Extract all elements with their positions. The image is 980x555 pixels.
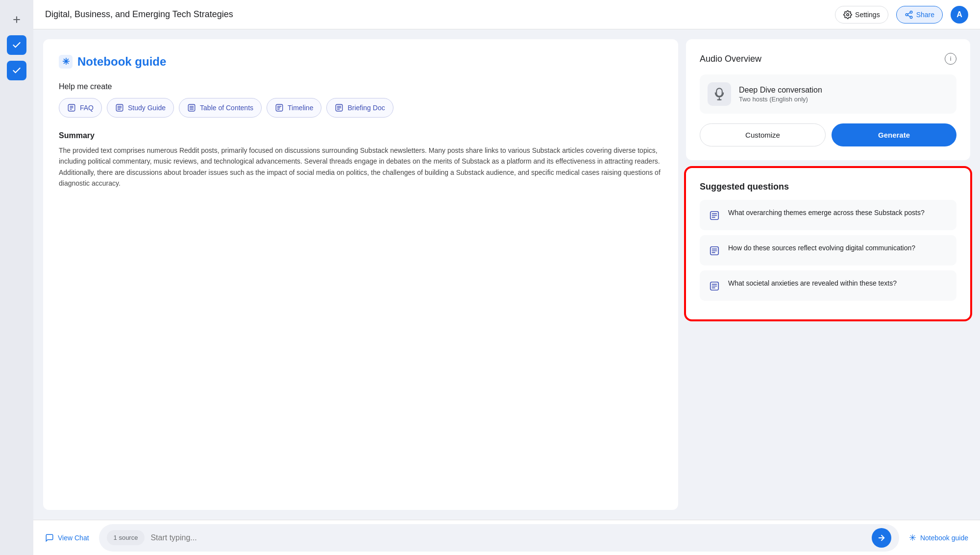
svg-line-7 — [907, 12, 910, 14]
header: Digital, Business, and Emerging Tech Str… — [33, 0, 980, 29]
question-icon-3 — [708, 279, 721, 293]
share-button[interactable]: Share — [896, 6, 943, 24]
notebook-guide-link[interactable]: ✳ Notebook guide — [909, 532, 968, 543]
question-text-1: What overarching themes emerge across th… — [728, 208, 925, 218]
content-area: ✳ Notebook guide Help me create FA — [33, 29, 980, 520]
briefing-doc-button[interactable]: Briefing Doc — [326, 98, 393, 118]
svg-line-6 — [907, 15, 910, 17]
sidebar-add-icon[interactable] — [7, 10, 26, 29]
study-guide-label: Study Guide — [128, 104, 166, 112]
deep-dive-name: Deep Dive conversation — [739, 86, 949, 95]
question-item-2[interactable]: How do these sources reflect evolving di… — [700, 235, 956, 265]
guide-title: Notebook guide — [77, 55, 166, 69]
share-label: Share — [916, 11, 934, 19]
study-guide-button[interactable]: Study Guide — [107, 98, 174, 118]
sidebar-check-icon-1[interactable] — [7, 35, 26, 55]
sidebar — [0, 0, 33, 555]
timeline-button[interactable]: Timeline — [267, 98, 321, 118]
send-button[interactable] — [872, 528, 891, 548]
right-panel: Audio Overview i Deep Dive conversation — [686, 39, 970, 510]
table-of-contents-button[interactable]: Table of Contents — [179, 98, 262, 118]
sidebar-check-icon-2[interactable] — [7, 61, 26, 80]
faq-button[interactable]: FAQ — [59, 98, 102, 118]
question-text-2: How do these sources reflect evolving di… — [728, 243, 915, 253]
generate-button[interactable]: Generate — [832, 123, 956, 146]
chat-input[interactable] — [150, 533, 865, 542]
audio-title: Audio Overview — [700, 54, 761, 64]
deep-dive-info: Deep Dive conversation Two hosts (Englis… — [739, 86, 949, 103]
info-icon[interactable]: i — [945, 53, 956, 65]
timeline-label: Timeline — [288, 104, 313, 112]
faq-label: FAQ — [80, 104, 94, 112]
briefing-doc-label: Briefing Doc — [347, 104, 385, 112]
notebook-icon-btn: ✳ — [59, 55, 73, 69]
bottom-bar: View Chat 1 source ✳ Notebook guide — [33, 520, 980, 555]
user-avatar[interactable]: A — [951, 6, 968, 24]
input-area: 1 source — [99, 524, 899, 552]
svg-rect-28 — [716, 88, 722, 96]
summary-title: Summary — [59, 131, 662, 140]
settings-button[interactable]: Settings — [835, 6, 888, 24]
guide-header: ✳ Notebook guide — [59, 55, 662, 69]
table-of-contents-label: Table of Contents — [200, 104, 253, 112]
deep-dive-sub: Two hosts (English only) — [739, 96, 949, 103]
help-create-section: Help me create FAQ — [59, 82, 662, 118]
view-chat-label: View Chat — [58, 534, 89, 542]
view-chat-button[interactable]: View Chat — [45, 533, 89, 542]
deep-dive-row: Deep Dive conversation Two hosts (Englis… — [700, 74, 956, 114]
summary-section: Summary The provided text comprises nume… — [59, 131, 662, 189]
audio-card: Audio Overview i Deep Dive conversation — [686, 39, 970, 160]
help-create-label: Help me create — [59, 82, 662, 91]
settings-label: Settings — [855, 11, 880, 19]
audio-actions: Customize Generate — [700, 123, 956, 146]
audio-header: Audio Overview i — [700, 53, 956, 65]
question-item-3[interactable]: What societal anxieties are revealed wit… — [700, 270, 956, 301]
create-buttons: FAQ Study Guide — [59, 98, 662, 118]
question-icon-1 — [708, 209, 721, 222]
suggested-questions-card: Suggested questions What overarching the… — [686, 168, 970, 319]
podcast-icon — [708, 82, 731, 106]
main-wrapper: Digital, Business, and Emerging Tech Str… — [33, 0, 980, 555]
summary-text: The provided text comprises numerous Red… — [59, 145, 662, 189]
question-item-1[interactable]: What overarching themes emerge across th… — [700, 200, 956, 230]
header-title: Digital, Business, and Emerging Tech Str… — [45, 9, 827, 20]
notebook-guide-link-label: Notebook guide — [920, 534, 968, 542]
guide-panel: ✳ Notebook guide Help me create FA — [43, 39, 678, 510]
svg-point-2 — [847, 13, 849, 16]
source-badge: 1 source — [107, 530, 145, 545]
question-text-3: What societal anxieties are revealed wit… — [728, 278, 897, 289]
suggested-title: Suggested questions — [700, 182, 956, 192]
question-icon-2 — [708, 244, 721, 258]
customize-button[interactable]: Customize — [700, 123, 826, 146]
